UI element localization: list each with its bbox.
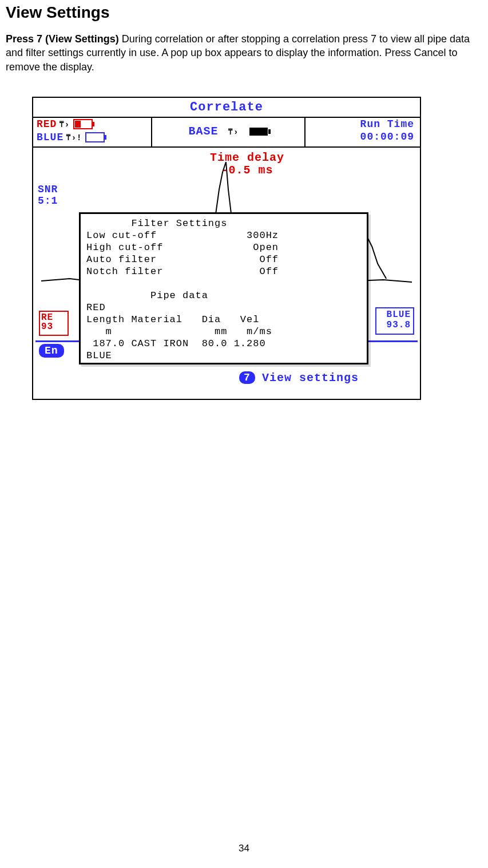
- popup-content: Filter Settings Low cut-off 300Hz High c…: [86, 217, 361, 362]
- status-left: RED⍑› BLUE⍑›!: [33, 118, 152, 146]
- enter-softkey[interactable]: En: [39, 344, 64, 358]
- settings-popup: Filter Settings Low cut-off 300Hz High c…: [79, 212, 368, 364]
- base-label: BASE: [189, 125, 219, 138]
- status-mid: BASE ⍑›: [152, 118, 304, 146]
- antenna-icon: ⍑›: [59, 118, 70, 131]
- red-box-bot: 93: [41, 322, 66, 331]
- blue-distance-box: BLUE 93.8: [375, 307, 414, 335]
- blue-box-top: BLUE: [379, 310, 411, 320]
- view-settings-softkey-label: View settings: [262, 371, 359, 385]
- red-box-top: RE: [41, 313, 66, 322]
- battery-red-icon: [73, 119, 93, 129]
- red-distance-box: RE 93: [39, 311, 69, 336]
- status-right: Run Time 00:00:09: [304, 118, 420, 146]
- antenna-icon: ⍑›!: [66, 132, 82, 144]
- battery-base-icon: [249, 128, 268, 136]
- device-screenshot: Correlate RED⍑› BLUE⍑›! BASE ⍑› Run Time…: [32, 97, 421, 400]
- screen-title: Correlate: [33, 98, 420, 114]
- section-heading: View Settings: [6, 3, 482, 22]
- status-bar: RED⍑› BLUE⍑›! BASE ⍑› Run Time 00:00:09: [33, 117, 420, 148]
- antenna-icon: ⍑›: [228, 118, 239, 146]
- section-paragraph: Press 7 (View Settings) During correlati…: [6, 32, 482, 74]
- runtime-value: 00:00:09: [306, 130, 414, 143]
- battery-blue-icon: [85, 132, 105, 142]
- page-number: 34: [0, 843, 488, 854]
- seven-softkey[interactable]: 7: [239, 371, 255, 384]
- para-bold: Press 7 (View Settings): [6, 33, 119, 45]
- runtime-label: Run Time: [306, 118, 414, 130]
- red-label: RED: [37, 118, 57, 130]
- blue-label: BLUE: [37, 132, 64, 143]
- blue-box-bot: 93.8: [379, 320, 411, 330]
